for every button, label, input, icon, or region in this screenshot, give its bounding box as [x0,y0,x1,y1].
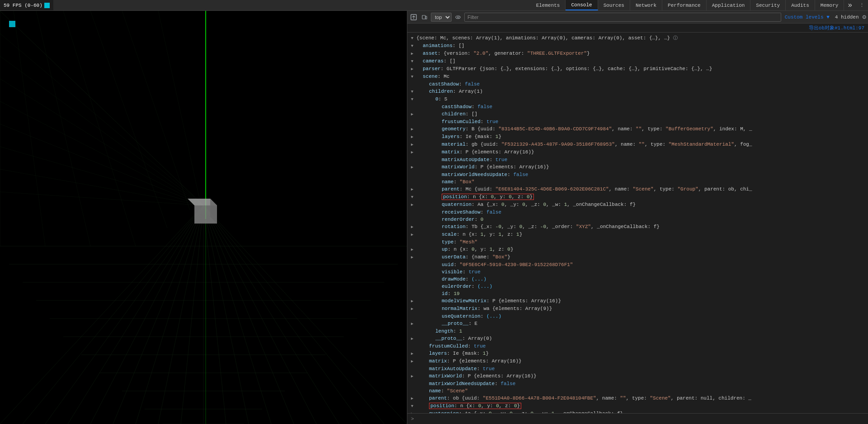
expand-arrow[interactable] [411,95,416,103]
expand-arrow[interactable] [411,110,416,118]
console-line[interactable]: matrixAutoUpdate: true [407,365,868,372]
expand-arrow[interactable] [411,350,416,357]
device-toggle-button[interactable] [420,13,429,22]
console-line[interactable]: material: gb {uuid: "F5321329-A435-487F-… [407,141,868,148]
expand-arrow[interactable] [411,335,416,343]
expand-arrow[interactable] [411,231,416,238]
console-line[interactable]: matrix: P {elements: Array(16)} [407,148,868,156]
console-line[interactable]: children: [] [407,110,868,118]
console-line[interactable]: 0: S [407,95,868,103]
console-line[interactable]: normalMatrix: wa {elements: Array(9)} [407,305,868,313]
console-line[interactable]: children: Array(1) [407,88,868,95]
console-line[interactable]: quaternion: Aa {_x: 0, _y: 0, _z: 0, _w:… [407,410,868,413]
console-line[interactable]: useQuaternion: (...) [407,313,868,320]
expand-arrow[interactable] [411,402,416,410]
console-line[interactable]: matrixWorld: P {elements: Array(16)} [407,163,868,171]
console-line[interactable]: frustumCulled: true [407,118,868,125]
expand-arrow[interactable] [411,42,416,50]
custom-levels-dropdown[interactable]: Custom levels ▼ [783,14,831,20]
console-line[interactable]: frustumCulled: true [407,343,868,350]
expand-arrow[interactable] [411,186,416,193]
inspect-element-button[interactable] [409,13,418,22]
expand-arrow[interactable] [411,88,416,95]
console-line[interactable]: castShadow: false [407,81,868,88]
console-line[interactable]: {scene: Mc, scenes: Array(1), animations… [407,34,868,42]
console-line[interactable]: matrixWorldNeedsUpdate: false [407,171,868,178]
expand-arrow[interactable] [411,57,416,65]
expand-arrow[interactable] [411,201,416,209]
console-line[interactable]: animations: [] [407,42,868,50]
console-input-field[interactable] [416,416,864,422]
console-line[interactable]: length: 1 [407,328,868,335]
expand-arrow[interactable] [411,50,416,57]
console-line[interactable]: quaternion: Aa {_x: 0, _y: 0, _z: 0, _w:… [407,201,868,209]
console-line[interactable]: layers: Ie {mask: 1} [407,350,868,357]
expand-arrow[interactable] [411,410,416,413]
console-filter-input[interactable] [464,13,781,22]
tab-audits[interactable]: Audits [786,0,815,10]
console-line[interactable]: geometry: B {uuid: "83144B5C-EC4D-40B6-B… [407,125,868,133]
tab-application[interactable]: Application [707,0,751,10]
console-line[interactable]: matrixWorldNeedsUpdate: false [407,380,868,387]
console-line[interactable]: matrix: P {elements: Array(16)} [407,357,868,365]
console-line[interactable]: name: "Box" [407,178,868,186]
console-line-position-2[interactable]: position: n {x: 0, y: 0, z: 0} [407,402,868,410]
expand-arrow[interactable] [411,320,416,328]
expand-arrow[interactable] [411,246,416,253]
console-line[interactable]: cameras: [] [407,57,868,65]
expand-arrow[interactable] [411,133,416,141]
expand-arrow[interactable] [411,65,416,73]
console-line[interactable]: __proto__: Array(0) [407,335,868,343]
expand-arrow[interactable] [411,163,416,171]
console-line[interactable]: scene: Mc [407,73,868,81]
console-line[interactable]: castShadow: false [407,103,868,110]
console-settings-gear[interactable]: ⚙ [863,13,866,21]
eye-button[interactable] [453,13,462,22]
console-line[interactable]: modelViewMatrix: P {elements: Array(16)} [407,297,868,305]
expand-arrow[interactable] [411,297,416,305]
console-line-position-1[interactable]: position: n {x: 0, y: 0, z: 0} [407,193,868,201]
more-tabs-button[interactable]: » [844,1,856,10]
expand-arrow[interactable] [411,141,416,148]
tab-security[interactable]: Security [750,0,786,10]
expand-arrow[interactable] [411,305,416,313]
expand-arrow[interactable] [411,253,416,261]
console-line[interactable]: rotation: Tb {_x: -0, _y: 0, _z: -0, _or… [407,223,868,231]
console-line[interactable]: renderOrder: 0 [407,216,868,223]
console-line[interactable]: name: "Scene" [407,387,868,395]
console-line[interactable]: userData: {name: "Box"} [407,253,868,261]
expand-arrow[interactable] [411,125,416,133]
expand-arrow[interactable] [411,395,416,402]
tab-memory[interactable]: Memory [815,0,844,10]
expand-arrow[interactable] [411,148,416,156]
expand-arrow[interactable] [411,193,416,201]
console-line[interactable]: id: 19 [407,290,868,297]
console-line[interactable]: parser: GLTFParser {json: {…}, extension… [407,65,868,73]
export-object-link[interactable]: 导出ob对象#1.html:97 [407,24,868,33]
console-line[interactable]: parent: ob {uuid: "E551D4A0-8D66-4A78-B0… [407,395,868,402]
console-line[interactable]: __proto__: E [407,320,868,328]
expand-arrow[interactable] [411,34,416,42]
console-line[interactable]: layers: Ie {mask: 1} [407,133,868,141]
console-line[interactable]: matrixWorld: P {elements: Array(16)} [407,372,868,380]
console-line[interactable]: type: "Mesh" [407,238,868,246]
console-line[interactable]: eulerOrder: (...) [407,283,868,290]
tab-elements[interactable]: Elements [531,0,566,10]
tab-sources[interactable]: Sources [598,0,630,10]
expand-arrow[interactable] [411,372,416,380]
console-line[interactable]: visible: true [407,268,868,276]
devtools-settings-button[interactable]: ⋮ [856,2,868,8]
console-line[interactable]: asset: {version: "2.0", generator: "THRE… [407,50,868,57]
javascript-context-select[interactable]: top [431,13,452,22]
console-line[interactable]: parent: Mc {uuid: "E6E81404-325C-4D6E-B0… [407,186,868,193]
console-line[interactable]: uuid: "0F5E6C4F-5910-4230-9BE2-9152268D7… [407,261,868,268]
console-line[interactable]: drawMode: (...) [407,276,868,283]
expand-arrow[interactable] [411,223,416,231]
tab-console[interactable]: Console [566,0,598,10]
console-line[interactable]: scale: n {x: 1, y: 1, z: 1} [407,231,868,238]
console-line[interactable]: matrixAutoUpdate: true [407,156,868,163]
tab-network[interactable]: Network [630,0,662,10]
tab-performance[interactable]: Performance [662,0,707,10]
console-line[interactable]: up: n {x: 0, y: 1, z: 0} [407,246,868,253]
expand-arrow[interactable] [411,73,416,81]
